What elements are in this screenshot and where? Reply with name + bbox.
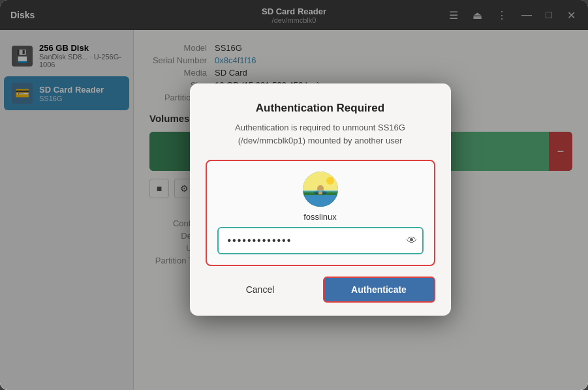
authentication-dialog: Authentication Required Authentication i… <box>190 83 451 316</box>
password-field-wrap: 👁 <box>217 227 424 254</box>
svg-rect-8 <box>303 190 338 192</box>
app-window: Disks ☰ SD Card Reader /dev/mmcblk0 ⏏ ⋮ … <box>0 0 588 390</box>
dialog-description: Authentication is required to unmount SS… <box>206 121 435 147</box>
svg-point-7 <box>326 177 334 185</box>
username-label: fosslinux <box>303 212 337 222</box>
user-box: fosslinux 👁 <box>206 160 435 266</box>
password-input[interactable] <box>217 227 424 254</box>
avatar-inner <box>303 172 338 207</box>
dialog-actions: Cancel Authenticate <box>206 277 435 303</box>
dialog-title: Authentication Required <box>206 102 435 115</box>
authenticate-button[interactable]: Authenticate <box>323 277 435 303</box>
svg-rect-3 <box>303 195 338 207</box>
eye-icon: 👁 <box>407 235 417 247</box>
toggle-password-button[interactable]: 👁 <box>407 235 417 247</box>
cancel-button[interactable]: Cancel <box>206 277 315 303</box>
avatar <box>303 172 338 207</box>
